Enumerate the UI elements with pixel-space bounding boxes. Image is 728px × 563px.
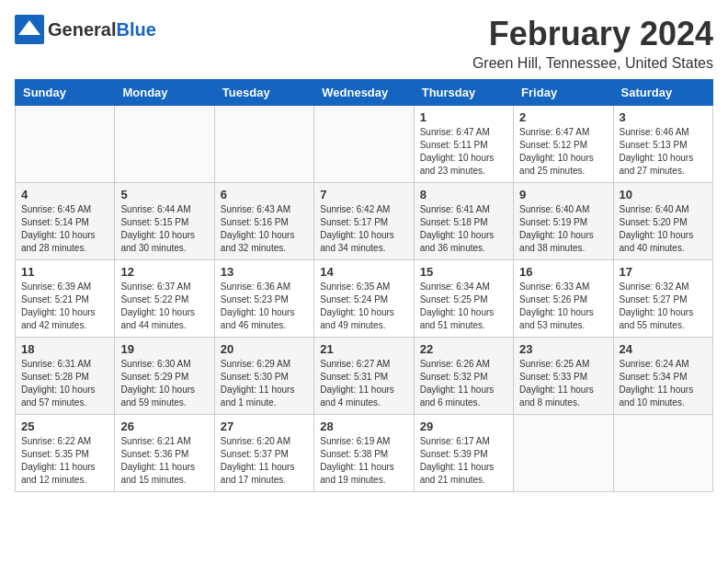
day-number: 16 (519, 265, 607, 279)
calendar-cell: 6Sunrise: 6:43 AM Sunset: 5:16 PM Daylig… (214, 183, 313, 260)
day-info: Sunrise: 6:41 AM Sunset: 5:18 PM Dayligh… (420, 203, 507, 255)
calendar-cell: 20Sunrise: 6:29 AM Sunset: 5:30 PM Dayli… (214, 338, 313, 415)
day-number: 21 (320, 342, 407, 356)
weekday-header-monday: Monday (115, 80, 214, 106)
calendar-cell (16, 106, 115, 183)
calendar-cell: 4Sunrise: 6:45 AM Sunset: 5:14 PM Daylig… (16, 183, 115, 260)
day-info: Sunrise: 6:40 AM Sunset: 5:19 PM Dayligh… (519, 203, 607, 255)
calendar-cell (214, 106, 313, 183)
logo: GeneralBlue (15, 15, 156, 44)
day-number: 3 (620, 110, 707, 124)
month-title: February 2024 (472, 15, 713, 53)
day-number: 24 (620, 342, 707, 356)
calendar-cell (613, 415, 712, 492)
calendar-cell: 17Sunrise: 6:32 AM Sunset: 5:27 PM Dayli… (613, 260, 712, 338)
day-info: Sunrise: 6:47 AM Sunset: 5:11 PM Dayligh… (420, 126, 507, 178)
calendar-cell: 29Sunrise: 6:17 AM Sunset: 5:39 PM Dayli… (414, 415, 513, 492)
page-header: GeneralBlue February 2024 Green Hill, Te… (15, 15, 713, 72)
calendar-cell: 3Sunrise: 6:46 AM Sunset: 5:13 PM Daylig… (613, 106, 712, 183)
day-info: Sunrise: 6:43 AM Sunset: 5:16 PM Dayligh… (221, 203, 308, 255)
day-number: 11 (21, 265, 108, 279)
day-info: Sunrise: 6:27 AM Sunset: 5:31 PM Dayligh… (320, 358, 407, 409)
day-info: Sunrise: 6:46 AM Sunset: 5:13 PM Dayligh… (620, 126, 707, 178)
day-number: 23 (519, 342, 607, 356)
day-number: 4 (21, 188, 108, 201)
day-number: 8 (420, 188, 507, 201)
day-number: 12 (120, 265, 208, 279)
calendar-cell (314, 106, 414, 183)
calendar-cell: 10Sunrise: 6:40 AM Sunset: 5:20 PM Dayli… (613, 183, 712, 260)
day-number: 20 (221, 342, 308, 356)
day-number: 18 (21, 342, 108, 356)
weekday-header-friday: Friday (514, 80, 613, 106)
day-info: Sunrise: 6:26 AM Sunset: 5:32 PM Dayligh… (420, 358, 507, 409)
day-number: 28 (320, 419, 407, 433)
weekday-header-tuesday: Tuesday (214, 80, 313, 106)
calendar-cell: 11Sunrise: 6:39 AM Sunset: 5:21 PM Dayli… (16, 260, 115, 338)
day-info: Sunrise: 6:25 AM Sunset: 5:33 PM Dayligh… (519, 358, 607, 409)
day-number: 13 (221, 265, 308, 279)
day-number: 1 (420, 110, 507, 124)
day-info: Sunrise: 6:35 AM Sunset: 5:24 PM Dayligh… (320, 281, 407, 332)
calendar-week-1: 1Sunrise: 6:47 AM Sunset: 5:11 PM Daylig… (16, 106, 713, 183)
calendar-week-4: 18Sunrise: 6:31 AM Sunset: 5:28 PM Dayli… (16, 338, 713, 415)
calendar-cell: 28Sunrise: 6:19 AM Sunset: 5:38 PM Dayli… (314, 415, 414, 492)
day-info: Sunrise: 6:19 AM Sunset: 5:38 PM Dayligh… (320, 435, 407, 487)
day-info: Sunrise: 6:24 AM Sunset: 5:34 PM Dayligh… (620, 358, 707, 409)
calendar-cell (514, 415, 613, 492)
logo-blue: Blue (116, 19, 155, 40)
logo-icon (15, 15, 44, 44)
day-info: Sunrise: 6:45 AM Sunset: 5:14 PM Dayligh… (21, 203, 108, 255)
day-info: Sunrise: 6:21 AM Sunset: 5:36 PM Dayligh… (120, 435, 208, 487)
calendar-cell: 2Sunrise: 6:47 AM Sunset: 5:12 PM Daylig… (514, 106, 613, 183)
calendar-cell: 16Sunrise: 6:33 AM Sunset: 5:26 PM Dayli… (514, 260, 613, 338)
day-info: Sunrise: 6:20 AM Sunset: 5:37 PM Dayligh… (221, 435, 308, 487)
calendar-cell: 15Sunrise: 6:34 AM Sunset: 5:25 PM Dayli… (414, 260, 513, 338)
calendar-cell: 1Sunrise: 6:47 AM Sunset: 5:11 PM Daylig… (414, 106, 513, 183)
day-info: Sunrise: 6:29 AM Sunset: 5:30 PM Dayligh… (221, 358, 308, 409)
day-info: Sunrise: 6:30 AM Sunset: 5:29 PM Dayligh… (120, 358, 208, 409)
day-number: 7 (320, 188, 407, 201)
calendar-cell: 8Sunrise: 6:41 AM Sunset: 5:18 PM Daylig… (414, 183, 513, 260)
day-number: 22 (420, 342, 507, 356)
calendar-cell: 13Sunrise: 6:36 AM Sunset: 5:23 PM Dayli… (214, 260, 313, 338)
day-number: 26 (120, 419, 208, 433)
calendar-cell: 14Sunrise: 6:35 AM Sunset: 5:24 PM Dayli… (314, 260, 414, 338)
day-info: Sunrise: 6:37 AM Sunset: 5:22 PM Dayligh… (120, 281, 208, 332)
calendar-cell: 25Sunrise: 6:22 AM Sunset: 5:35 PM Dayli… (16, 415, 115, 492)
calendar-cell: 27Sunrise: 6:20 AM Sunset: 5:37 PM Dayli… (214, 415, 313, 492)
weekday-header-thursday: Thursday (414, 80, 513, 106)
title-section: February 2024 Green Hill, Tennessee, Uni… (472, 15, 713, 72)
location-title: Green Hill, Tennessee, United States (472, 55, 713, 72)
day-info: Sunrise: 6:17 AM Sunset: 5:39 PM Dayligh… (420, 435, 507, 487)
day-number: 15 (420, 265, 507, 279)
calendar-cell (115, 106, 214, 183)
day-info: Sunrise: 6:32 AM Sunset: 5:27 PM Dayligh… (620, 281, 707, 332)
day-info: Sunrise: 6:34 AM Sunset: 5:25 PM Dayligh… (420, 281, 507, 332)
day-number: 2 (519, 110, 607, 124)
day-info: Sunrise: 6:44 AM Sunset: 5:15 PM Dayligh… (120, 203, 208, 255)
calendar-week-5: 25Sunrise: 6:22 AM Sunset: 5:35 PM Dayli… (16, 415, 713, 492)
day-number: 17 (620, 265, 707, 279)
day-info: Sunrise: 6:33 AM Sunset: 5:26 PM Dayligh… (519, 281, 607, 332)
calendar-cell: 24Sunrise: 6:24 AM Sunset: 5:34 PM Dayli… (613, 338, 712, 415)
calendar-week-2: 4Sunrise: 6:45 AM Sunset: 5:14 PM Daylig… (16, 183, 713, 260)
calendar-cell: 7Sunrise: 6:42 AM Sunset: 5:17 PM Daylig… (314, 183, 414, 260)
calendar-week-3: 11Sunrise: 6:39 AM Sunset: 5:21 PM Dayli… (16, 260, 713, 338)
calendar-cell: 12Sunrise: 6:37 AM Sunset: 5:22 PM Dayli… (115, 260, 214, 338)
calendar-cell: 19Sunrise: 6:30 AM Sunset: 5:29 PM Dayli… (115, 338, 214, 415)
day-info: Sunrise: 6:47 AM Sunset: 5:12 PM Dayligh… (519, 126, 607, 178)
calendar-cell: 5Sunrise: 6:44 AM Sunset: 5:15 PM Daylig… (115, 183, 214, 260)
day-number: 9 (519, 188, 607, 201)
calendar-cell: 22Sunrise: 6:26 AM Sunset: 5:32 PM Dayli… (414, 338, 513, 415)
calendar-cell: 9Sunrise: 6:40 AM Sunset: 5:19 PM Daylig… (514, 183, 613, 260)
day-info: Sunrise: 6:36 AM Sunset: 5:23 PM Dayligh… (221, 281, 308, 332)
day-number: 10 (620, 188, 707, 201)
day-number: 6 (221, 188, 308, 201)
day-number: 19 (120, 342, 208, 356)
day-info: Sunrise: 6:22 AM Sunset: 5:35 PM Dayligh… (21, 435, 108, 487)
day-number: 27 (221, 419, 308, 433)
calendar-cell: 26Sunrise: 6:21 AM Sunset: 5:36 PM Dayli… (115, 415, 214, 492)
day-info: Sunrise: 6:39 AM Sunset: 5:21 PM Dayligh… (21, 281, 108, 332)
day-number: 25 (21, 419, 108, 433)
